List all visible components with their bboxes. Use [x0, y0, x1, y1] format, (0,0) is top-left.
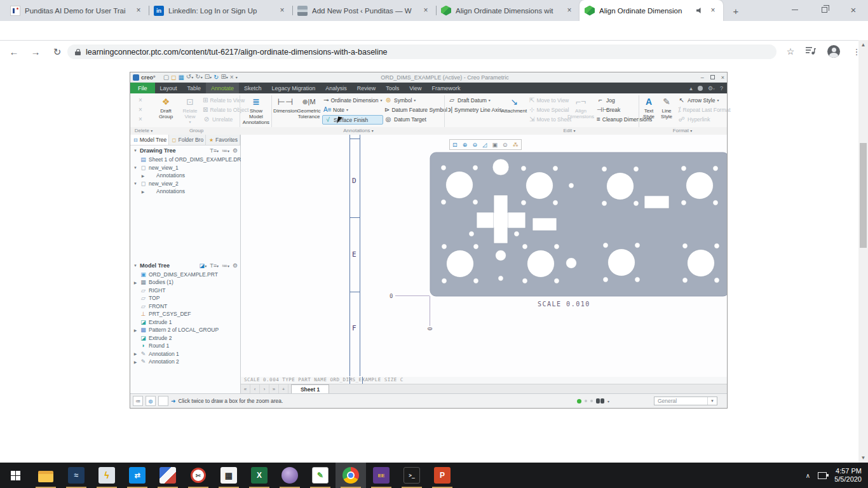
show-model-annotations-button[interactable]: ≣ Show Model Annotations [242, 95, 270, 126]
first-sheet-icon[interactable]: « [241, 384, 250, 394]
panel-tab-model-tree[interactable]: ⊟Model Tree [130, 135, 169, 145]
tree-item[interactable]: ▣ORD_DIMS_EXAMPLE.PRT [130, 271, 240, 279]
expander-icon[interactable]: ▼ [133, 182, 138, 186]
scrollbar-thumb[interactable] [860, 143, 867, 248]
address-bar[interactable]: learningconnector.ptc.com/content/tut-62… [67, 44, 776, 59]
tray-expand-icon[interactable]: ∧ [806, 472, 810, 479]
tree-settings-icon[interactable]: ≔▾ [222, 262, 229, 269]
delete-tool-2[interactable]: × [135, 105, 152, 114]
taskbar-powerpoint[interactable]: P [427, 463, 458, 488]
save-icon[interactable]: ▦ [178, 73, 184, 82]
combo-caret-icon[interactable]: ▼ [707, 397, 717, 405]
refit-icon[interactable]: ◿ [482, 142, 487, 148]
taskbar-file-explorer[interactable] [31, 463, 61, 488]
tree-item[interactable]: ◪Extrude 2 [130, 334, 240, 342]
bookmark-star-icon[interactable]: ☆ [783, 44, 798, 60]
back-icon[interactable]: ← [6, 44, 22, 60]
tree-item[interactable]: ▶▦Bodies (1) [130, 278, 240, 287]
tree-filter-icon[interactable]: ⚙ [233, 147, 238, 154]
tab-close-icon[interactable]: × [277, 6, 287, 16]
delete-tool-1[interactable]: × [135, 96, 152, 104]
expander-icon[interactable]: ▼ [133, 166, 138, 170]
creo-tab-framework[interactable]: Framework [427, 83, 466, 93]
move-to-sheet-button[interactable]: ⇲Move to Sheet [528, 115, 566, 123]
unrelate-button[interactable]: ⊘Unrelate [201, 115, 238, 123]
move-to-view-button[interactable]: ⇱Move to View [528, 96, 566, 104]
browser-tab-5[interactable]: Align Ordinate Dimension× [580, 0, 723, 21]
sheet-tab[interactable]: Sheet 1 [291, 384, 329, 394]
drawing-tree-header[interactable]: ▼ Drawing Tree T≡▾ ≔▾ ⚙ [130, 146, 240, 156]
tree-item[interactable]: ▱TOP [130, 294, 240, 302]
tree-item[interactable]: ▼◻new_view_2 [130, 180, 240, 188]
new-file-icon[interactable]: ▢ [163, 73, 169, 82]
pan-icon[interactable]: ⊙ [503, 142, 508, 148]
group-label-delete[interactable]: Delete ▾ [133, 128, 154, 133]
expander-icon[interactable]: ▶ [140, 189, 146, 194]
tree-item[interactable]: ▶Annotations [130, 187, 240, 196]
redo-icon[interactable]: ↻▾ [195, 72, 202, 82]
taskbar-image-editor[interactable] [153, 463, 183, 488]
open-file-icon[interactable]: ◻ [171, 73, 176, 82]
user-icon[interactable] [698, 86, 703, 91]
window-minimize-button[interactable] [780, 0, 810, 19]
creo-minimize-icon[interactable]: – [701, 74, 704, 81]
ribbon-collapse-icon[interactable]: ▴ [689, 85, 693, 92]
close-window-icon[interactable]: × [230, 73, 234, 82]
tree-item[interactable]: ▶✎Annotation 2 [130, 358, 240, 366]
taskbar-excel[interactable]: X [244, 463, 275, 488]
add-sheet-icon[interactable]: + [279, 384, 288, 394]
named-views-icon[interactable]: ▣ [492, 142, 498, 148]
windows-icon[interactable]: ⊞▾ [220, 72, 227, 82]
drawing-canvas[interactable]: DEF 00 SCALE 0.010 [241, 135, 727, 377]
tree-item[interactable]: ⊥PRT_CSYS_DEF [130, 310, 240, 318]
taskbar-sql-tool[interactable]: ≈ [61, 463, 92, 488]
symbol-button[interactable]: ⊛Symbol▾ [383, 96, 443, 104]
expander-icon[interactable]: ▶ [133, 360, 138, 364]
taskbar-remote-desktop[interactable]: ϟ [92, 463, 122, 488]
browser-tab-1[interactable]: Punditas AI Demo for User Trai× [5, 0, 149, 21]
browser-tab-4[interactable]: Align Ordinate Dimensions wit× [436, 0, 580, 21]
expander-icon[interactable]: ▶ [133, 280, 138, 285]
search-binoculars-icon[interactable] [596, 398, 604, 403]
web-icon[interactable]: ◍ [146, 396, 156, 406]
group-label-format[interactable]: Format ▾ [640, 128, 725, 133]
browser-tab-2[interactable]: inLinkedIn: Log In or Sign Up× [149, 0, 292, 21]
creo-tab-table[interactable]: Table [182, 83, 207, 93]
tree-item[interactable]: ▱RIGHT [130, 287, 240, 295]
model-select-icon[interactable]: ◪▾ [200, 262, 207, 269]
expander-icon[interactable]: ▶ [140, 173, 146, 178]
reload-icon[interactable]: ↻ [50, 44, 65, 60]
delete-tool-3[interactable]: × [135, 115, 152, 123]
panel-tab-favorites[interactable]: ★Favorites [206, 135, 240, 145]
creo-close-icon[interactable]: × [721, 74, 724, 81]
tree-item[interactable]: ◪Extrude 1 [130, 318, 240, 327]
jog-button[interactable]: ⌐Jog [595, 96, 637, 104]
arrow-style-button[interactable]: ↖Arrow Style▾ [677, 96, 725, 104]
symmetry-line-axis-button[interactable]: ϶|Symmetry Line Axis [447, 105, 500, 114]
expander-icon[interactable]: ▶ [133, 328, 138, 332]
start-button[interactable] [0, 463, 31, 488]
tab-close-icon[interactable]: × [564, 6, 574, 16]
tree-item[interactable]: ◗Round 1 [130, 342, 240, 350]
tree-item[interactable]: ▤Sheet 1 of ORD_DIMS_EXAMPLE.DRW [130, 156, 240, 164]
tree-item[interactable]: ▶▩Pattern 2 of LOCAL_GROUP [130, 326, 240, 334]
model-tree-header[interactable]: ▼ Model Tree ◪▾ T≡▾ ≔▾ ⚙ [130, 261, 240, 271]
relate-to-object-button[interactable]: ⊠Relate to Object [201, 105, 238, 114]
collapse-icon[interactable]: ▼ [133, 264, 138, 268]
expander-icon[interactable]: ▶ [133, 351, 138, 356]
settings-gear-icon[interactable]: ⚙▾ [708, 85, 715, 92]
zoom-in-icon[interactable]: ⊕ [463, 142, 468, 148]
window-close-button[interactable]: × [839, 0, 868, 19]
new-tab-button[interactable]: + [728, 5, 743, 18]
panel-tab-folder-bro[interactable]: ◻Folder Bro [169, 135, 206, 145]
creo-tab-review[interactable]: Review [352, 83, 381, 93]
taskbar-clock[interactable]: 4:57 PM 5/5/2020 [834, 467, 862, 484]
filter-combobox[interactable]: General ▼ [654, 396, 717, 405]
note-button[interactable]: A≡Note▾ [322, 105, 383, 114]
taskbar-glassfish[interactable] [275, 463, 305, 488]
hyperlink-button[interactable]: ☍Hyperlink [677, 115, 725, 123]
tree-item[interactable]: ▼◻new_view_1 [130, 164, 240, 172]
tree-item[interactable]: ▶✎Annotation 1 [130, 350, 240, 358]
tab-close-icon[interactable]: × [133, 6, 144, 16]
taskbar-teamviewer[interactable]: ⇄ [122, 463, 153, 488]
